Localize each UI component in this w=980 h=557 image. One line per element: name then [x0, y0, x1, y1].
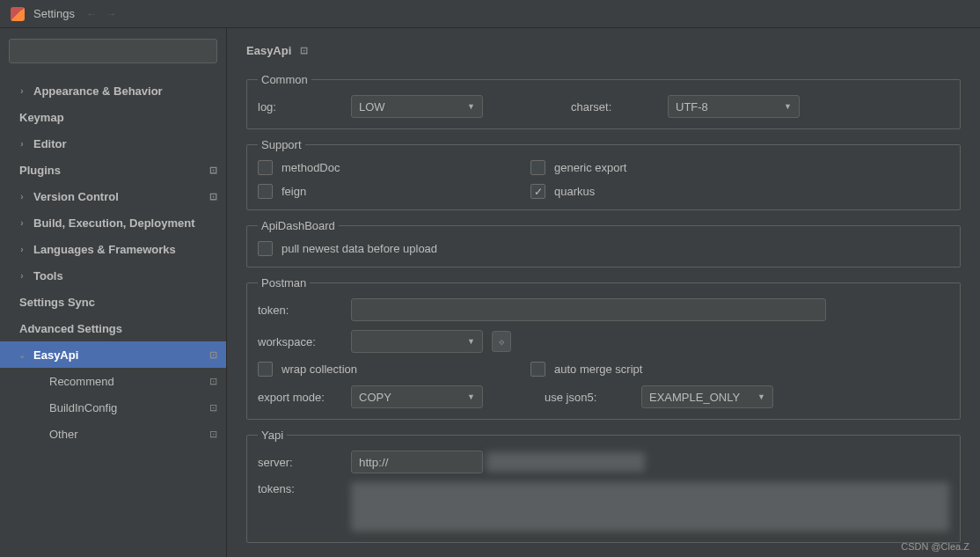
sidebar-item-plugins[interactable]: Plugins⊡	[0, 157, 226, 183]
genericexport-label: generic export	[554, 161, 626, 174]
genericexport-checkbox[interactable]	[530, 160, 545, 175]
project-scope-icon: ⊡	[300, 45, 308, 56]
chevron-icon: ›	[18, 218, 26, 228]
chevron-down-icon: ▼	[467, 102, 475, 111]
sidebar-item-label: Recommend	[49, 375, 114, 388]
sidebar-item-label: Other	[49, 428, 78, 441]
project-scope-icon: ⊡	[209, 165, 217, 176]
titlebar: Settings ← →	[0, 0, 980, 28]
chevron-down-icon: ▼	[784, 102, 792, 111]
sidebar-item-label: EasyApi	[33, 348, 78, 362]
sidebar-item-label: Editor	[33, 137, 67, 150]
sidebar-item-advanced-settings[interactable]: Advanced Settings	[0, 315, 226, 341]
yapi-group: Yapi server: tokens:	[246, 429, 961, 543]
redacted-region	[486, 452, 645, 472]
app-icon	[11, 7, 25, 21]
project-scope-icon: ⊡	[209, 402, 217, 414]
project-scope-icon: ⊡	[209, 429, 217, 440]
wrap-collection-label: wrap collection	[282, 363, 357, 376]
log-select[interactable]: LOW ▼	[351, 95, 483, 118]
pull-newest-label: pull newest data before upload	[282, 242, 437, 255]
wrap-collection-checkbox[interactable]	[258, 362, 273, 377]
methoddoc-checkbox[interactable]	[258, 160, 273, 175]
settings-main: EasyApi ⊡ Common log: LOW ▼ charset: UTF…	[227, 28, 980, 557]
sidebar-item-version-control[interactable]: ›Version Control⊡	[0, 183, 226, 209]
nav-forward-button[interactable]: →	[103, 6, 119, 22]
server-label: server:	[258, 456, 342, 469]
sidebar-item-buildinconfig[interactable]: BuildInConfig⊡	[0, 394, 226, 421]
sidebar-item-languages-frameworks[interactable]: ›Languages & Frameworks	[0, 236, 226, 262]
support-legend: Support	[258, 138, 305, 151]
token-label: token:	[258, 304, 342, 317]
chevron-down-icon: ▼	[467, 337, 475, 346]
chevron-icon: ›	[18, 192, 26, 202]
workspace-refresh-button[interactable]: ⟐	[492, 331, 511, 352]
charset-select[interactable]: UTF-8 ▼	[668, 95, 800, 118]
common-legend: Common	[258, 73, 311, 86]
nav-back-button[interactable]: ←	[84, 6, 99, 22]
chevron-icon: ›	[18, 139, 26, 149]
tokens-redacted	[351, 482, 949, 531]
sidebar-item-label: Build, Execution, Deployment	[33, 216, 194, 230]
sidebar-item-label: Settings Sync	[19, 296, 95, 309]
window-title: Settings	[33, 7, 75, 20]
quarkus-checkbox[interactable]	[530, 184, 545, 199]
use-json5-select[interactable]: EXAMPLE_ONLY ▼	[641, 385, 773, 408]
watermark: CSDN @Clea.Z	[901, 541, 969, 552]
tokens-label: tokens:	[258, 482, 342, 495]
page-title: EasyApi	[246, 44, 291, 57]
feign-checkbox[interactable]	[258, 184, 273, 199]
server-input[interactable]	[351, 451, 483, 473]
use-json5-label: use json5:	[545, 391, 633, 404]
pull-newest-checkbox[interactable]	[258, 241, 273, 256]
export-mode-label: export mode:	[258, 391, 342, 404]
export-mode-select[interactable]: COPY ▼	[351, 385, 483, 408]
log-label: log:	[258, 100, 342, 114]
chevron-icon: ›	[18, 271, 26, 281]
sidebar-item-label: BuildInConfig	[49, 401, 117, 414]
token-input[interactable]	[351, 298, 826, 321]
sidebar-item-other[interactable]: Other⊡	[0, 421, 226, 447]
support-group: Support methodDoc generic export feign	[246, 138, 961, 210]
postman-legend: Postman	[258, 276, 310, 289]
sidebar-item-build-execution-deployment[interactable]: ›Build, Execution, Deployment	[0, 209, 226, 236]
apidash-legend: ApiDashBoard	[258, 219, 339, 232]
common-group: Common log: LOW ▼ charset: UTF-8 ▼	[246, 73, 961, 129]
search-input[interactable]	[9, 39, 217, 63]
workspace-select[interactable]: ▼	[351, 330, 483, 353]
apidashboard-group: ApiDashBoard pull newest data before upl…	[246, 219, 961, 268]
project-scope-icon: ⊡	[209, 349, 217, 361]
sidebar-item-editor[interactable]: ›Editor	[0, 130, 226, 157]
sidebar-item-label: Tools	[33, 269, 63, 282]
sidebar-item-label: Keymap	[19, 111, 64, 124]
chevron-icon: ›	[18, 86, 26, 96]
sidebar-item-easyapi[interactable]: ⌄EasyApi⊡	[0, 341, 226, 368]
workspace-label: workspace:	[258, 335, 342, 348]
auto-merge-label: auto merge script	[554, 363, 642, 376]
postman-group: Postman token: workspace: ▼ ⟐ wrap colle…	[246, 276, 961, 420]
chevron-icon: ›	[18, 245, 26, 254]
sidebar-item-keymap[interactable]: Keymap	[0, 104, 226, 130]
sidebar-item-settings-sync[interactable]: Settings Sync	[0, 289, 226, 315]
sidebar-item-label: Advanced Settings	[19, 322, 122, 335]
charset-label: charset:	[571, 100, 659, 114]
sidebar-item-label: Plugins	[19, 164, 61, 177]
yapi-legend: Yapi	[258, 429, 287, 442]
quarkus-label: quarkus	[554, 185, 595, 198]
sidebar-item-recommend[interactable]: Recommend⊡	[0, 368, 226, 394]
feign-label: feign	[282, 185, 306, 198]
sidebar-item-tools[interactable]: ›Tools	[0, 262, 226, 289]
sidebar-item-label: Languages & Frameworks	[33, 243, 176, 256]
sidebar-item-appearance-behavior[interactable]: ›Appearance & Behavior	[0, 77, 226, 104]
sidebar-item-label: Version Control	[33, 190, 119, 203]
chevron-down-icon: ▼	[757, 392, 765, 401]
auto-merge-checkbox[interactable]	[530, 362, 545, 377]
project-scope-icon: ⊡	[209, 376, 217, 387]
sidebar-item-label: Appearance & Behavior	[33, 84, 163, 98]
settings-sidebar: ›Appearance & BehaviorKeymap›EditorPlugi…	[0, 28, 227, 557]
methoddoc-label: methodDoc	[282, 161, 340, 174]
chevron-down-icon: ▼	[467, 392, 475, 401]
project-scope-icon: ⊡	[209, 191, 217, 202]
chevron-icon: ⌄	[18, 350, 26, 360]
